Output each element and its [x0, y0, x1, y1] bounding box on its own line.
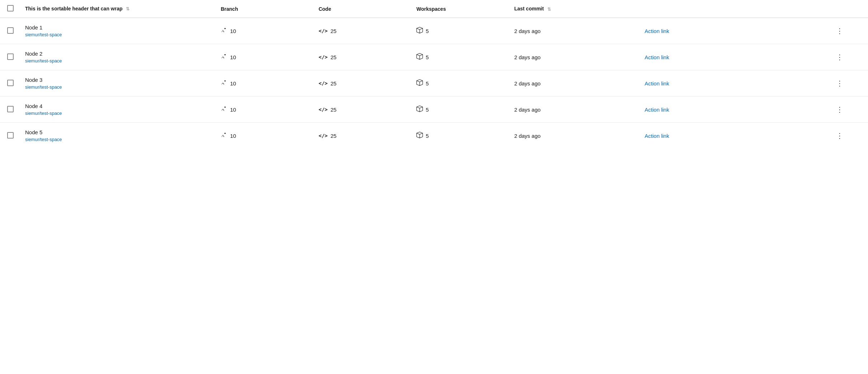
last-commit-value-2: 2 days ago [514, 54, 541, 60]
overflow-menu-2[interactable]: ⋮ [817, 51, 862, 63]
workspace-icon-1 [416, 27, 423, 35]
row-name-cell: Node 2 siemur/test-space [19, 44, 215, 70]
row-last-commit-cell: 2 days ago [509, 44, 639, 70]
svg-point-3 [225, 107, 226, 108]
node-link-5[interactable]: siemur/test-space [25, 137, 209, 142]
workspaces-count-3: 5 [426, 80, 429, 87]
row-workspaces-cell: 5 [411, 123, 509, 149]
workspaces-metric-1: 5 [416, 27, 503, 35]
header-workspaces-label: Workspaces [416, 6, 446, 12]
header-name-label: This is the sortable header that can wra… [25, 6, 123, 11]
row-branch-cell: 10 [215, 70, 313, 97]
table-row: Node 2 siemur/test-space 10 [0, 44, 868, 70]
header-menu [812, 0, 868, 18]
header-last-commit-label: Last commit [514, 6, 544, 11]
node-name-4: Node 4 [25, 103, 209, 109]
code-icon-5: </> [319, 133, 327, 139]
workspaces-count-1: 5 [426, 28, 429, 34]
row-checkbox-5[interactable] [7, 132, 14, 139]
svg-point-2 [225, 80, 226, 81]
node-link-3[interactable]: siemur/test-space [25, 84, 209, 90]
row-action-cell: Action link [639, 70, 812, 97]
row-branch-cell: 10 [215, 18, 313, 44]
action-link-5[interactable]: Action link [645, 133, 709, 139]
last-commit-value-5: 2 days ago [514, 133, 541, 139]
row-checkbox-4[interactable] [7, 106, 14, 112]
row-workspaces-cell: 5 [411, 97, 509, 123]
branch-count-1: 10 [230, 28, 236, 34]
workspaces-metric-4: 5 [416, 106, 503, 113]
row-checkbox-1[interactable] [7, 27, 14, 34]
header-select[interactable] [0, 0, 19, 18]
node-name-2: Node 2 [25, 51, 209, 57]
branch-icon-4 [221, 106, 227, 113]
table-row: Node 1 siemur/test-space 10 [0, 18, 868, 44]
branch-count-4: 10 [230, 107, 236, 113]
code-metric-1: </> 25 [319, 28, 405, 34]
code-metric-5: </> 25 [319, 133, 405, 139]
node-name-3: Node 3 [25, 77, 209, 83]
branch-metric-1: 10 [221, 27, 307, 35]
row-select-cell [0, 44, 19, 70]
data-table: This is the sortable header that can wra… [0, 0, 868, 149]
last-commit-value-1: 2 days ago [514, 28, 541, 34]
node-link-2[interactable]: siemur/test-space [25, 58, 209, 64]
svg-point-0 [225, 28, 226, 29]
overflow-menu-3[interactable]: ⋮ [817, 78, 862, 89]
branch-count-3: 10 [230, 80, 236, 87]
table-row: Node 4 siemur/test-space 10 [0, 97, 868, 123]
svg-point-4 [225, 133, 226, 134]
code-count-3: 25 [331, 80, 337, 87]
code-icon-1: </> [319, 28, 327, 34]
row-workspaces-cell: 5 [411, 70, 509, 97]
action-link-2[interactable]: Action link [645, 54, 709, 60]
row-action-cell: Action link [639, 97, 812, 123]
code-metric-3: </> 25 [319, 80, 405, 87]
select-all-checkbox[interactable] [7, 5, 14, 11]
branch-metric-2: 10 [221, 53, 307, 61]
row-name-cell: Node 1 siemur/test-space [19, 18, 215, 44]
header-code: Code [313, 0, 411, 18]
action-link-3[interactable]: Action link [645, 80, 709, 87]
code-metric-2: </> 25 [319, 54, 405, 60]
row-select-cell [0, 97, 19, 123]
row-name-cell: Node 3 siemur/test-space [19, 70, 215, 97]
workspaces-count-2: 5 [426, 54, 429, 60]
last-commit-value-4: 2 days ago [514, 107, 541, 113]
action-link-4[interactable]: Action link [645, 107, 709, 113]
branch-metric-4: 10 [221, 106, 307, 113]
node-link-1[interactable]: siemur/test-space [25, 32, 209, 37]
node-name-1: Node 1 [25, 24, 209, 31]
row-checkbox-2[interactable] [7, 53, 14, 60]
row-branch-cell: 10 [215, 44, 313, 70]
overflow-menu-5[interactable]: ⋮ [817, 130, 862, 141]
branch-icon-3 [221, 79, 227, 87]
last-commit-value-3: 2 days ago [514, 80, 541, 87]
code-count-2: 25 [331, 54, 337, 60]
header-name[interactable]: This is the sortable header that can wra… [19, 0, 215, 18]
svg-point-1 [225, 54, 226, 55]
sort-icon-last-commit: ⇅ [547, 7, 551, 12]
code-icon-2: </> [319, 54, 327, 60]
row-name-cell: Node 5 siemur/test-space [19, 123, 215, 149]
row-checkbox-3[interactable] [7, 80, 14, 86]
row-branch-cell: 10 [215, 97, 313, 123]
header-branch-label: Branch [221, 6, 238, 12]
action-link-1[interactable]: Action link [645, 28, 709, 34]
workspace-icon-5 [416, 132, 423, 140]
node-link-4[interactable]: siemur/test-space [25, 111, 209, 116]
header-workspaces: Workspaces [411, 0, 509, 18]
row-select-cell [0, 123, 19, 149]
branch-icon-5 [221, 132, 227, 140]
row-last-commit-cell: 2 days ago [509, 123, 639, 149]
overflow-menu-4[interactable]: ⋮ [817, 104, 862, 115]
workspace-icon-4 [416, 106, 423, 113]
row-branch-cell: 10 [215, 123, 313, 149]
branch-metric-5: 10 [221, 132, 307, 140]
row-workspaces-cell: 5 [411, 44, 509, 70]
row-action-cell: Action link [639, 123, 812, 149]
workspace-icon-3 [416, 79, 423, 87]
overflow-menu-1[interactable]: ⋮ [817, 25, 862, 37]
header-last-commit[interactable]: Last commit ⇅ [509, 0, 639, 18]
code-icon-4: </> [319, 107, 327, 112]
